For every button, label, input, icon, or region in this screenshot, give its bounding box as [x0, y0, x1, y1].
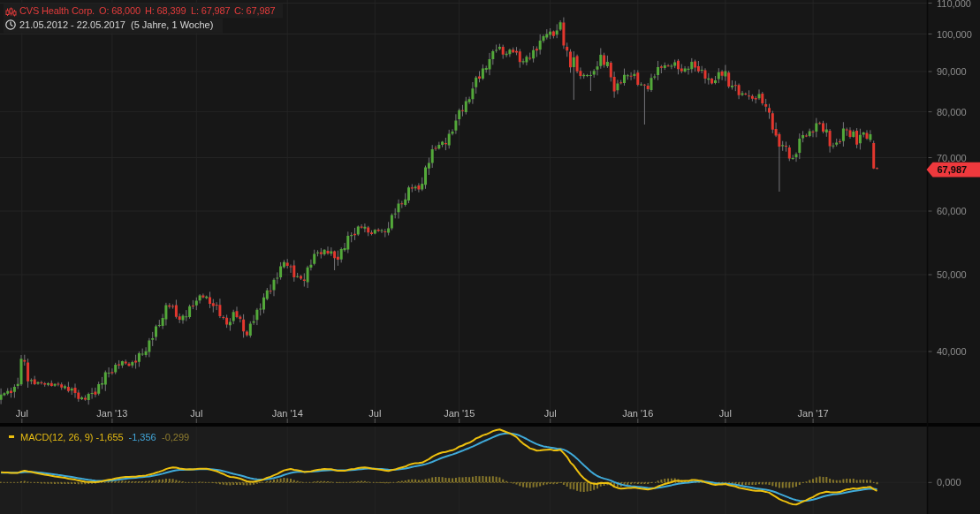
svg-text:C: 67,987: C: 67,987 — [234, 5, 275, 16]
svg-text:-1,655: -1,655 — [96, 432, 124, 442]
svg-text:70,000: 70,000 — [937, 153, 967, 163]
svg-text:Jul: Jul — [16, 408, 28, 419]
svg-text:-0,299: -0,299 — [162, 432, 189, 442]
svg-text:60,000: 60,000 — [937, 206, 967, 216]
svg-text:Jan '17: Jan '17 — [798, 408, 829, 419]
svg-text:CVS Health Corp.: CVS Health Corp. — [19, 5, 95, 16]
svg-text:50,000: 50,000 — [937, 269, 967, 280]
svg-text:Jan '16: Jan '16 — [622, 408, 653, 419]
svg-text:110,000: 110,000 — [937, 0, 971, 9]
svg-text:Jul: Jul — [544, 408, 557, 419]
svg-text:67,987: 67,987 — [938, 164, 968, 175]
svg-text:Jan '15: Jan '15 — [444, 408, 475, 419]
svg-text:Jan '13: Jan '13 — [96, 408, 127, 419]
svg-text:100,000: 100,000 — [937, 29, 972, 40]
svg-text:Jul: Jul — [719, 408, 732, 419]
svg-text:Jan '14: Jan '14 — [272, 408, 303, 419]
svg-text:40,000: 40,000 — [937, 346, 967, 357]
svg-text:90,000: 90,000 — [937, 66, 967, 77]
svg-text:H: 68,399: H: 68,399 — [145, 5, 186, 16]
svg-text:MACD(12, 26, 9): MACD(12, 26, 9) — [20, 432, 94, 442]
svg-text:L: 67,987: L: 67,987 — [191, 5, 231, 16]
svg-text:Jul: Jul — [368, 408, 381, 419]
svg-text:O: 68,000: O: 68,000 — [99, 5, 141, 16]
svg-text:(5 Jahre, 1 Woche): (5 Jahre, 1 Woche) — [131, 19, 213, 30]
svg-text:21.05.2012 - 22.05.2017: 21.05.2012 - 22.05.2017 — [19, 19, 125, 30]
svg-text:0,000: 0,000 — [937, 477, 961, 488]
svg-text:80,000: 80,000 — [937, 107, 967, 117]
svg-text:-1,356: -1,356 — [129, 432, 156, 442]
svg-text:Jul: Jul — [190, 408, 202, 419]
